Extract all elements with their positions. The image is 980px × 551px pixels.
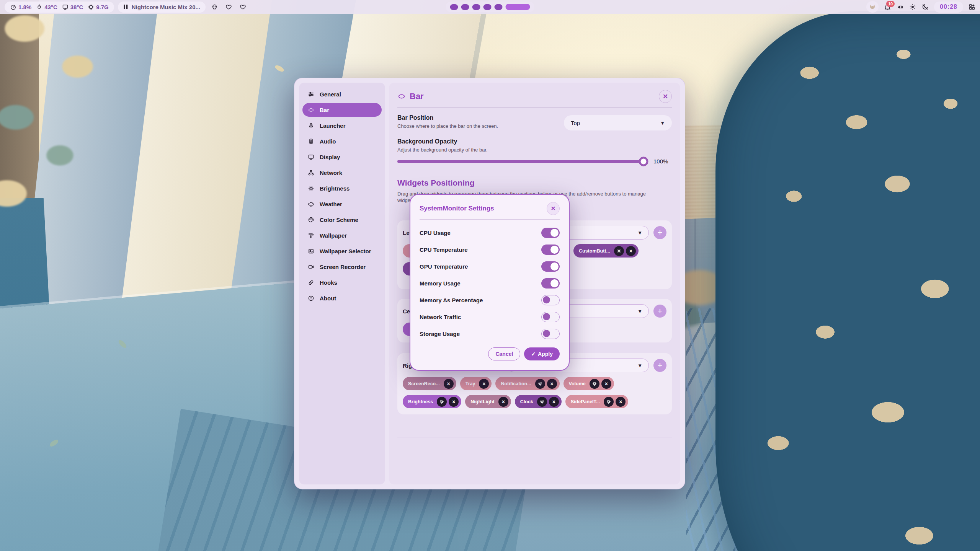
apply-button[interactable]: ✓ Apply: [524, 347, 560, 360]
widget-chip[interactable]: Tray×: [460, 377, 492, 390]
sidebar-item-launcher[interactable]: Launcher: [302, 119, 382, 132]
pause-icon: [123, 4, 128, 10]
skull-button[interactable]: [209, 2, 220, 12]
remove-icon[interactable]: ×: [601, 379, 611, 389]
bar-pill-icon: [307, 107, 315, 113]
sidebar-item-general[interactable]: General: [302, 87, 382, 101]
toggle-switch[interactable]: [541, 312, 560, 322]
remove-icon[interactable]: ×: [449, 397, 459, 407]
dashboard-grid-icon[interactable]: [969, 3, 975, 10]
night-light-off-icon[interactable]: [921, 3, 929, 11]
media-title: Nightcore Music Mix 20...: [132, 4, 200, 10]
widget-chip[interactable]: Notification...×: [495, 377, 559, 390]
system-stat: 9.7G: [88, 4, 109, 10]
gear-icon[interactable]: [535, 379, 545, 389]
sidebar-item-brightness[interactable]: Brightness: [302, 181, 382, 195]
volume-icon[interactable]: [897, 3, 904, 11]
remove-icon[interactable]: ×: [547, 379, 557, 389]
chevron-down-icon: ▼: [660, 120, 665, 126]
sidebar-item-wallpaper-selector[interactable]: Wallpaper Selector: [302, 244, 382, 258]
toggle-row: CPU Temperature: [420, 241, 560, 258]
skull-icon: [211, 4, 218, 10]
remove-icon[interactable]: ×: [549, 397, 559, 407]
sidebar-item-screen-recorder[interactable]: Screen Recorder: [302, 260, 382, 274]
toggle-switch[interactable]: [541, 261, 560, 272]
toggle-row: CPU Usage: [420, 224, 560, 241]
image-icon: [307, 248, 315, 254]
opacity-slider[interactable]: [397, 160, 648, 163]
notifications-bell-icon[interactable]: 10: [884, 3, 891, 11]
top-bar-right: 10 00:28: [866, 1, 975, 13]
sidebar-item-hooks[interactable]: Hooks: [302, 276, 382, 289]
flame-icon: [36, 4, 42, 10]
toggle-row: Memory Usage: [420, 275, 560, 292]
widget-chip-label: Clock: [520, 399, 535, 404]
toggle-label: CPU Usage: [420, 230, 451, 236]
top-bar: 1.8%43°C38°C9.7G Nightcore Music Mix 20.…: [0, 0, 980, 14]
remove-icon[interactable]: ×: [626, 246, 636, 256]
workspace-dot[interactable]: [495, 4, 503, 10]
divider: [420, 219, 560, 220]
toggle-switch[interactable]: [541, 278, 560, 289]
add-widget-button[interactable]: +: [653, 359, 666, 372]
widget-chip[interactable]: NightLight×: [465, 395, 511, 408]
workspace-dot[interactable]: [472, 4, 480, 10]
widget-chip[interactable]: Volume×: [564, 377, 614, 390]
sidebar-item-color-scheme[interactable]: Color Scheme: [302, 213, 382, 227]
bar-position-select[interactable]: Top ▼: [564, 115, 672, 130]
cancel-button[interactable]: Cancel: [488, 347, 520, 360]
remove-icon[interactable]: ×: [479, 379, 489, 389]
monitor-icon: [307, 154, 315, 160]
workspace-dot[interactable]: [461, 4, 469, 10]
gear-icon[interactable]: [614, 246, 624, 256]
workspace-dot[interactable]: [450, 4, 458, 10]
remove-icon[interactable]: ×: [498, 397, 508, 407]
clock[interactable]: 00:28: [934, 2, 963, 13]
gear-icon[interactable]: [604, 397, 614, 407]
toggle-switch[interactable]: [541, 329, 560, 339]
gear-icon[interactable]: [437, 397, 447, 407]
toggle-switch[interactable]: [541, 295, 560, 305]
gear-icon[interactable]: [590, 379, 599, 389]
widget-chip[interactable]: ScreenReco...×: [403, 377, 456, 390]
brightness-sun-icon[interactable]: [909, 3, 916, 10]
widget-chip[interactable]: SidePanelT...×: [565, 395, 628, 408]
widget-chip[interactable]: Brightness×: [403, 395, 461, 408]
toggle-switch[interactable]: [541, 228, 560, 238]
close-icon[interactable]: ✕: [547, 202, 560, 215]
video-camera-icon: [307, 264, 315, 270]
heart-button[interactable]: [224, 2, 234, 12]
sidebar-item-wallpaper[interactable]: Wallpaper: [302, 228, 382, 242]
widget-chip-label: ScreenReco...: [408, 381, 442, 386]
remove-icon[interactable]: ×: [444, 379, 454, 389]
display-icon: [62, 4, 69, 10]
toggle-switch[interactable]: [541, 245, 560, 255]
settings-sidebar: GeneralBarLauncherAudioDisplayNetworkBri…: [299, 83, 385, 484]
toggle-row: Storage Usage: [420, 325, 560, 342]
sidebar-item-about[interactable]: About: [302, 291, 382, 305]
close-icon[interactable]: ✕: [659, 90, 672, 103]
sidebar-item-bar[interactable]: Bar: [302, 103, 382, 117]
add-widget-button[interactable]: +: [653, 305, 666, 318]
workspace-active[interactable]: [506, 4, 530, 10]
tray-app-icon[interactable]: [866, 1, 879, 13]
media-player-pill[interactable]: Nightcore Music Mix 20...: [118, 2, 206, 13]
sidebar-item-network[interactable]: Network: [302, 166, 382, 179]
sidebar-item-audio[interactable]: Audio: [302, 134, 382, 148]
toggle-row: GPU Temperature: [420, 258, 560, 275]
workspace-indicator[interactable]: [446, 2, 534, 12]
add-widget-button[interactable]: +: [653, 226, 666, 239]
widget-chip[interactable]: Clock×: [515, 395, 562, 408]
heart-button[interactable]: [238, 2, 248, 12]
paint-roller-icon: [307, 232, 315, 239]
widget-chip[interactable]: CustomButt...×: [573, 244, 639, 258]
gear-icon[interactable]: [537, 397, 547, 407]
sidebar-item-display[interactable]: Display: [302, 150, 382, 164]
slider-knob[interactable]: [639, 156, 648, 166]
brightness-icon: [307, 185, 315, 192]
desktop: 1.8%43°C38°C9.7G Nightcore Music Mix 20.…: [0, 0, 980, 551]
check-icon: ✓: [531, 351, 536, 357]
sidebar-item-weather[interactable]: Weather: [302, 197, 382, 211]
workspace-dot[interactable]: [483, 4, 492, 10]
remove-icon[interactable]: ×: [616, 397, 626, 407]
